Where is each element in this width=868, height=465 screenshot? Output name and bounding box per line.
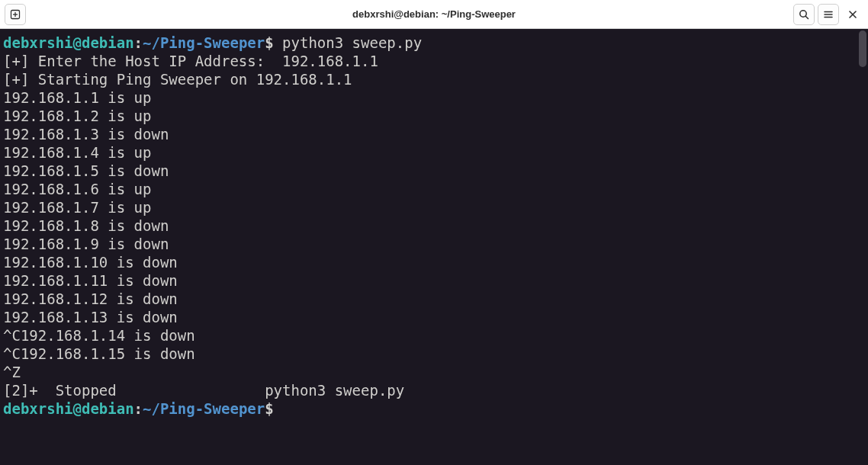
hamburger-icon xyxy=(822,8,834,21)
output-line: 192.168.1.4 is up xyxy=(3,143,865,162)
prompt-line-2: debxrshi@debian:~/Ping-Sweeper$ xyxy=(3,399,865,418)
output-line: 192.168.1.6 is up xyxy=(3,180,865,198)
terminal-scrollbar[interactable] xyxy=(859,30,866,67)
output-line: 192.168.1.10 is down xyxy=(3,253,865,271)
prompt-colon: : xyxy=(134,400,143,417)
output-line: ^C192.168.1.15 is down xyxy=(3,345,865,363)
prompt-user: debxrshi@debian xyxy=(3,400,134,417)
new-tab-icon xyxy=(9,8,21,21)
prompt-colon: : xyxy=(134,34,143,51)
output-line: ^C192.168.1.14 is down xyxy=(3,326,865,345)
output-line: 192.168.1.12 is down xyxy=(3,290,865,308)
output-line: ^Z xyxy=(3,363,865,381)
titlebar-left-controls xyxy=(5,4,26,25)
prompt-path: ~/Ping-Sweeper xyxy=(143,400,265,417)
prompt-user: debxrshi@debian xyxy=(3,34,134,51)
prompt-path: ~/Ping-Sweeper xyxy=(143,34,265,51)
output-line: 192.168.1.13 is down xyxy=(3,308,865,326)
menu-button[interactable] xyxy=(818,4,839,25)
output-line: 192.168.1.1 is up xyxy=(3,88,865,107)
prompt-dollar: $ xyxy=(265,34,273,51)
close-window-button[interactable] xyxy=(842,4,863,25)
output-line: 192.168.1.7 is up xyxy=(3,198,865,216)
command-text xyxy=(274,400,282,417)
close-icon xyxy=(847,9,858,20)
terminal-area[interactable]: debxrshi@debian:~/Ping-Sweeper$ python3 … xyxy=(0,29,868,465)
output-line: 192.168.1.9 is down xyxy=(3,235,865,253)
output-line: [2]+ Stopped python3 sweep.py xyxy=(3,381,865,399)
output-line: 192.168.1.3 is down xyxy=(3,125,865,143)
search-icon xyxy=(798,8,810,21)
window-title: debxrshi@debian: ~/Ping-Sweeper xyxy=(352,8,516,20)
search-button[interactable] xyxy=(793,4,815,25)
output-line: 192.168.1.8 is down xyxy=(3,216,865,235)
titlebar-right-controls xyxy=(793,4,863,25)
output-line: 192.168.1.11 is down xyxy=(3,271,865,290)
new-tab-button[interactable] xyxy=(5,4,26,25)
svg-line-4 xyxy=(805,16,808,18)
output-line: 192.168.1.5 is down xyxy=(3,162,865,180)
output-line: [+] Enter the Host IP Address: 192.168.1… xyxy=(3,52,865,70)
command-text: python3 sweep.py xyxy=(274,34,422,51)
window-titlebar: debxrshi@debian: ~/Ping-Sweeper xyxy=(0,0,868,29)
prompt-line-1: debxrshi@debian:~/Ping-Sweeper$ python3 … xyxy=(3,34,865,52)
prompt-dollar: $ xyxy=(265,400,273,417)
output-line: [+] Starting Ping Sweeper on 192.168.1.1 xyxy=(3,70,865,88)
output-line: 192.168.1.2 is up xyxy=(3,107,865,125)
